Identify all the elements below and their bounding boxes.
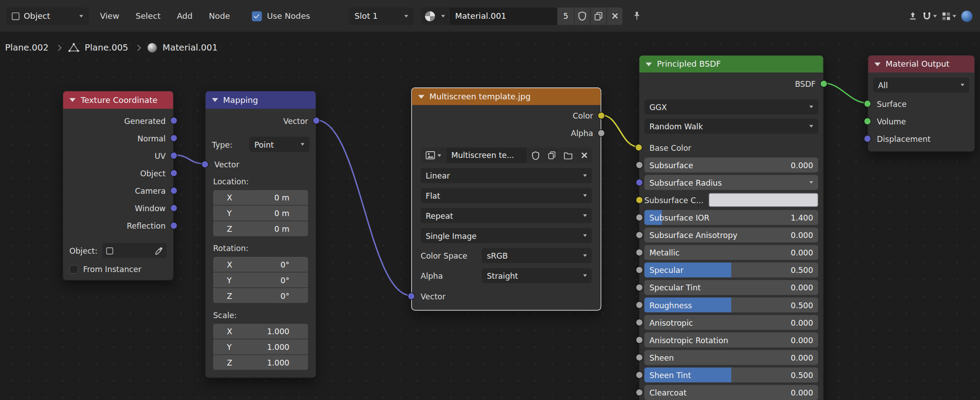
color-input-socket[interactable]: [635, 144, 643, 151]
eyedropper-icon[interactable]: [155, 247, 163, 255]
new-material-button[interactable]: [591, 7, 606, 25]
unlink-image-button[interactable]: [576, 148, 592, 163]
param-slider[interactable]: Sheen0.000: [644, 350, 818, 365]
distribution-dropdown[interactable]: GGX: [644, 99, 818, 115]
open-image-button[interactable]: [560, 148, 575, 163]
collapse-icon[interactable]: [874, 62, 881, 66]
color-input-socket[interactable]: [635, 196, 643, 204]
vector-input-socket[interactable]: [635, 179, 643, 186]
node-header[interactable]: Material Output: [868, 55, 974, 72]
shading-sphere-icon[interactable]: [961, 10, 972, 21]
param-slider[interactable]: Metallic0.000: [644, 245, 818, 260]
collapse-icon[interactable]: [212, 98, 218, 102]
output-target-dropdown[interactable]: All: [873, 77, 969, 93]
value-input-socket[interactable]: [635, 389, 643, 396]
node-editor-canvas[interactable]: Plane.002 Plane.005 Material.001 Texture…: [0, 33, 980, 400]
vector-output-socket[interactable]: [170, 170, 178, 177]
param-slider[interactable]: Clearcoat0.000: [644, 385, 818, 400]
value-field-rotation-y[interactable]: Y0°: [213, 272, 308, 288]
mapping-type-dropdown[interactable]: Point: [249, 137, 309, 152]
from-instancer-checkbox[interactable]: From Instancer: [69, 264, 167, 274]
value-input-socket[interactable]: [635, 354, 643, 362]
snap-toggle-button[interactable]: [922, 12, 937, 21]
alpha-mode-dropdown[interactable]: Straight: [482, 268, 592, 283]
value-field-location-x[interactable]: X0 m: [213, 190, 308, 205]
color-swatch[interactable]: [708, 193, 818, 207]
material-slot-dropdown[interactable]: Slot 1: [349, 7, 414, 25]
value-field-scale-x[interactable]: X1.000: [213, 323, 308, 339]
menu-add[interactable]: Add: [169, 0, 200, 32]
alpha-output-socket[interactable]: [597, 129, 605, 137]
material-name-field[interactable]: Material.001: [449, 7, 557, 25]
fake-user-shield-button[interactable]: [575, 7, 590, 25]
node-texture-coordinate[interactable]: Texture Coordinate GeneratedNormalUVObje…: [63, 91, 174, 281]
menu-node[interactable]: Node: [201, 0, 239, 32]
vector-output-socket[interactable]: [170, 222, 178, 230]
pin-toggle[interactable]: [633, 11, 642, 21]
checkbox-checked-icon[interactable]: [252, 11, 262, 21]
param-slider[interactable]: Sheen Tint0.500: [644, 367, 818, 383]
shader-input-socket[interactable]: [864, 118, 871, 125]
value-input-socket[interactable]: [635, 161, 643, 169]
subsurface-method-dropdown[interactable]: Random Walk: [644, 119, 818, 134]
shader-output-socket[interactable]: [820, 80, 827, 88]
node-mapping[interactable]: Mapping Vector Type: Point Vector: [205, 91, 316, 378]
value-field-location-z[interactable]: Z0 m: [213, 221, 308, 236]
new-image-button[interactable]: [544, 148, 559, 163]
param-slider[interactable]: Subsurface IOR1.400: [644, 210, 818, 225]
value-input-socket[interactable]: [635, 266, 643, 274]
vector-output-socket[interactable]: [170, 204, 178, 212]
value-input-socket[interactable]: [635, 249, 643, 256]
param-slider[interactable]: Anisotropic0.000: [644, 315, 818, 330]
snap-target-button[interactable]: [942, 12, 956, 21]
value-input-socket[interactable]: [635, 336, 643, 344]
vector-output-socket[interactable]: [312, 117, 320, 124]
unlink-material-button[interactable]: [607, 7, 622, 25]
value-input-socket[interactable]: [635, 284, 643, 291]
node-image-texture[interactable]: Multiscreen template.jpg Color Alpha Mul…: [411, 88, 601, 311]
material-users-count-button[interactable]: 5: [558, 7, 574, 25]
value-input-socket[interactable]: [635, 319, 643, 326]
value-field-scale-y[interactable]: Y1.000: [213, 339, 308, 354]
vector-output-socket[interactable]: [170, 134, 178, 142]
vector-output-socket[interactable]: [170, 117, 178, 124]
value-input-socket[interactable]: [635, 301, 643, 309]
vector-output-socket[interactable]: [170, 152, 178, 159]
value-input-socket[interactable]: [635, 214, 643, 221]
value-field-location-y[interactable]: Y0 m: [213, 206, 308, 221]
color-output-socket[interactable]: [597, 112, 605, 119]
color-space-dropdown[interactable]: sRGB: [482, 248, 592, 263]
param-slider[interactable]: Subsurface0.000: [644, 157, 818, 173]
parent-navigate-button[interactable]: [908, 11, 917, 21]
interpolation-dropdown[interactable]: Linear: [421, 168, 592, 183]
checkbox-unchecked-icon[interactable]: [69, 264, 78, 273]
node-header[interactable]: Texture Coordinate: [63, 91, 173, 109]
source-dropdown[interactable]: Single Image: [421, 228, 592, 243]
object-picker-field[interactable]: [102, 243, 167, 258]
param-slider[interactable]: Anisotropic Rotation0.000: [644, 332, 818, 348]
image-name-field[interactable]: Multiscreen te...: [446, 148, 527, 163]
node-header[interactable]: Mapping: [206, 91, 316, 109]
node-header[interactable]: Principled BSDF: [639, 55, 823, 72]
param-slider[interactable]: Specular Tint0.000: [644, 280, 818, 295]
vector-input-socket[interactable]: [408, 293, 415, 300]
vector-output-socket[interactable]: [170, 187, 178, 195]
value-input-socket[interactable]: [635, 231, 643, 239]
vector-input-socket[interactable]: [864, 135, 871, 143]
shader-input-socket[interactable]: [864, 100, 871, 107]
node-header[interactable]: Multiscreen template.jpg: [412, 88, 601, 105]
material-browse-dropdown[interactable]: [422, 7, 449, 25]
param-slider[interactable]: Subsurface Anisotropy0.000: [644, 227, 818, 243]
use-nodes-toggle[interactable]: Use Nodes: [252, 11, 310, 21]
image-browse-dropdown[interactable]: [421, 148, 446, 163]
image-fake-user-button[interactable]: [528, 148, 543, 163]
node-material-output[interactable]: Material Output All SurfaceVolumeDisplac…: [868, 55, 975, 152]
param-slider[interactable]: Roughness0.500: [644, 298, 818, 313]
shader-type-dropdown[interactable]: Object: [6, 7, 89, 25]
collapse-icon[interactable]: [69, 98, 76, 102]
projection-dropdown[interactable]: Flat: [421, 188, 592, 203]
value-field-rotation-z[interactable]: Z0°: [213, 288, 308, 303]
value-field-scale-z[interactable]: Z1.000: [213, 355, 308, 370]
value-input-socket[interactable]: [635, 371, 643, 379]
collapse-icon[interactable]: [646, 62, 652, 66]
